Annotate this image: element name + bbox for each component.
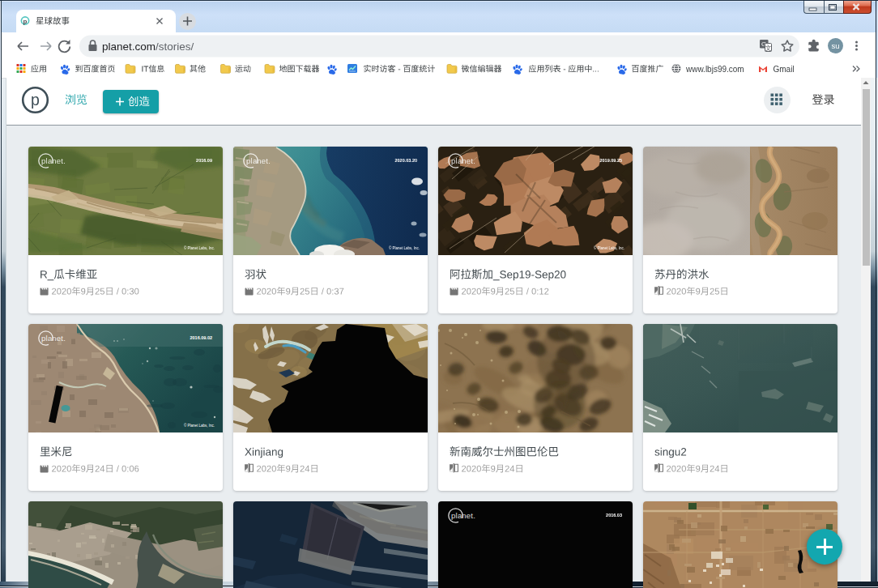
- svg-text:文: 文: [765, 44, 772, 52]
- svg-text:2019.09.25: 2019.09.25: [599, 158, 622, 163]
- svg-text:© Planet Labs, Inc.: © Planet Labs, Inc.: [184, 245, 215, 250]
- svg-text:planet.com: planet.com: [102, 40, 156, 53]
- svg-text:planet.: planet.: [451, 156, 475, 165]
- svg-text:planet.: planet.: [246, 156, 271, 165]
- svg-text:www.lbjs99.com: www.lbjs99.com: [685, 65, 744, 74]
- svg-text:p: p: [23, 18, 28, 25]
- svg-text:planet.: planet.: [41, 334, 66, 343]
- svg-text:p: p: [31, 91, 40, 109]
- svg-text:2016.09: 2016.09: [196, 158, 212, 163]
- svg-text:2016.09.02: 2016.09.02: [190, 335, 212, 340]
- svg-text:© Planet Labs, Inc.: © Planet Labs, Inc.: [594, 245, 624, 250]
- svg-text:2016.03: 2016.03: [606, 513, 622, 518]
- svg-text:su: su: [831, 41, 839, 50]
- svg-text:2020.03.20: 2020.03.20: [394, 158, 417, 163]
- svg-text:planet.: planet.: [451, 511, 475, 520]
- svg-text:Gmail: Gmail: [774, 65, 795, 74]
- svg-text:© Planet Labs, Inc.: © Planet Labs, Inc.: [184, 423, 215, 428]
- svg-text:© Planet Labs, Inc.: © Planet Labs, Inc.: [389, 245, 420, 250]
- svg-text:/stories/: /stories/: [156, 40, 194, 53]
- svg-text:planet.: planet.: [41, 156, 66, 165]
